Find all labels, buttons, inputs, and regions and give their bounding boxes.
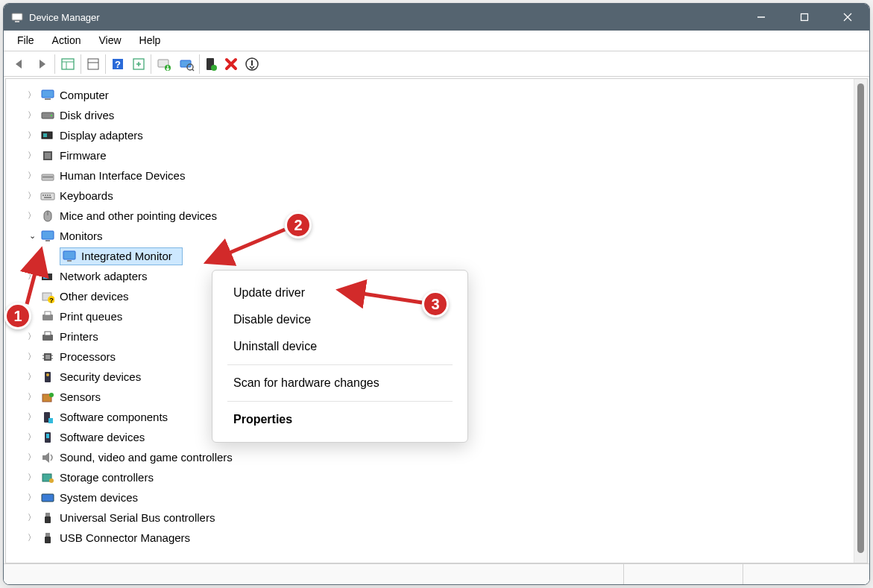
hid-icon bbox=[40, 168, 55, 183]
action-button[interactable] bbox=[128, 54, 149, 75]
tree-label: Mice and other pointing devices bbox=[60, 209, 223, 222]
show-hide-tree-button[interactable] bbox=[57, 54, 79, 75]
tree-label: Security devices bbox=[60, 370, 147, 383]
chevron-right-icon[interactable]: 〉 bbox=[10, 150, 36, 161]
nav-forward-button[interactable] bbox=[31, 54, 53, 75]
menu-help[interactable]: Help bbox=[130, 31, 170, 51]
sensor-icon bbox=[40, 390, 55, 405]
annotation-badge-1: 1 bbox=[4, 303, 31, 329]
disk-drive-icon bbox=[40, 108, 55, 123]
scrollbar-thumb[interactable] bbox=[857, 83, 864, 553]
toolbar-separator bbox=[105, 54, 106, 74]
svg-rect-45 bbox=[43, 275, 48, 279]
menu-bar: File Action View Help bbox=[4, 31, 869, 51]
tree-label: Sound, video and game controllers bbox=[60, 451, 239, 464]
tree-label: System devices bbox=[60, 491, 144, 504]
uninstall-device-button[interactable] bbox=[221, 54, 242, 75]
context-separator bbox=[227, 401, 453, 402]
tree-item-monitors[interactable]: ⌄ Monitors bbox=[10, 226, 854, 246]
chevron-right-icon[interactable]: 〉 bbox=[10, 210, 36, 221]
context-properties[interactable]: Properties bbox=[212, 406, 467, 433]
svg-rect-43 bbox=[67, 260, 72, 262]
context-uninstall-device[interactable]: Uninstall device bbox=[212, 333, 467, 360]
chevron-right-icon[interactable]: 〉 bbox=[10, 492, 36, 503]
close-button[interactable] bbox=[826, 4, 869, 31]
chevron-right-icon[interactable]: 〉 bbox=[10, 170, 36, 181]
svg-rect-71 bbox=[45, 516, 51, 523]
chevron-right-icon[interactable]: 〉 bbox=[10, 472, 36, 483]
usb-icon bbox=[40, 510, 55, 525]
nav-back-button[interactable] bbox=[8, 54, 31, 75]
svg-rect-42 bbox=[63, 251, 75, 259]
tree-label: Universal Serial Bus controllers bbox=[60, 511, 221, 524]
svg-rect-3 bbox=[801, 14, 808, 21]
tree-item-sound[interactable]: 〉 Sound, video and game controllers bbox=[10, 447, 854, 467]
chevron-right-icon[interactable]: 〉 bbox=[10, 291, 36, 302]
minimize-button[interactable] bbox=[740, 4, 783, 31]
enable-device-button[interactable] bbox=[201, 54, 221, 75]
svg-rect-66 bbox=[46, 434, 49, 438]
tree-item-usb-connector-managers[interactable]: 〉 USB Connector Managers bbox=[10, 528, 854, 548]
menu-view[interactable]: View bbox=[89, 31, 130, 51]
chevron-right-icon[interactable]: 〉 bbox=[10, 110, 36, 121]
tree-item-display-adapters[interactable]: 〉 Display adapters bbox=[10, 125, 854, 145]
tree-label: Software components bbox=[60, 411, 174, 423]
chevron-right-icon[interactable]: 〉 bbox=[10, 431, 36, 443]
chevron-right-icon[interactable]: 〉 bbox=[10, 391, 36, 402]
tree-label: Print queues bbox=[60, 310, 128, 323]
chevron-right-icon[interactable]: 〉 bbox=[10, 512, 36, 523]
scan-hardware-button[interactable] bbox=[175, 54, 198, 75]
firmware-icon bbox=[40, 148, 55, 163]
chevron-right-icon[interactable]: 〉 bbox=[10, 532, 36, 543]
tree-label: Integrated Monitor bbox=[81, 250, 178, 262]
tree-item-storage-controllers[interactable]: 〉 Storage controllers bbox=[10, 467, 854, 487]
status-bar bbox=[4, 563, 869, 584]
tree-item-firmware[interactable]: 〉 Firmware bbox=[10, 145, 854, 165]
processor-icon bbox=[40, 350, 55, 364]
tree-label: Firmware bbox=[60, 149, 113, 162]
toolbar-separator bbox=[54, 54, 55, 74]
tree-item-disk-drives[interactable]: 〉 Disk drives bbox=[10, 105, 854, 125]
tree-item-integrated-monitor[interactable]: Integrated Monitor bbox=[10, 246, 854, 266]
tree-item-usb-controllers[interactable]: 〉 Universal Serial Bus controllers bbox=[10, 508, 854, 528]
svg-rect-23 bbox=[45, 98, 51, 100]
svg-rect-64 bbox=[48, 418, 53, 423]
disable-device-button[interactable] bbox=[242, 54, 262, 75]
maximize-button[interactable] bbox=[783, 4, 826, 31]
svg-rect-34 bbox=[45, 195, 46, 196]
chevron-down-icon[interactable]: ⌄ bbox=[10, 231, 36, 241]
tree-item-hid[interactable]: 〉 Human Interface Devices bbox=[10, 165, 854, 186]
tree-item-system-devices[interactable]: 〉 System devices bbox=[10, 487, 854, 508]
chevron-right-icon[interactable]: 〉 bbox=[10, 452, 36, 463]
svg-rect-27 bbox=[43, 133, 47, 137]
vertical-scrollbar[interactable] bbox=[854, 79, 867, 563]
context-scan-hardware[interactable]: Scan for hardware changes bbox=[212, 370, 467, 396]
menu-file[interactable]: File bbox=[8, 31, 43, 51]
toolbar-separator bbox=[199, 54, 200, 74]
chevron-right-icon[interactable]: 〉 bbox=[10, 190, 36, 201]
chevron-right-icon[interactable]: 〉 bbox=[10, 89, 36, 101]
svg-point-68 bbox=[49, 478, 54, 483]
status-pane bbox=[4, 564, 623, 584]
toolbar-separator bbox=[151, 54, 151, 74]
tree-item-mice[interactable]: 〉 Mice and other pointing devices bbox=[10, 206, 854, 226]
chevron-right-icon[interactable]: 〉 bbox=[10, 411, 36, 423]
tree-item-keyboards[interactable]: 〉 Keyboards bbox=[10, 186, 854, 206]
svg-rect-37 bbox=[44, 197, 51, 198]
properties-button[interactable] bbox=[83, 54, 104, 75]
chevron-right-icon[interactable]: 〉 bbox=[10, 351, 36, 362]
chevron-right-icon[interactable]: 〉 bbox=[10, 331, 36, 342]
annotation-badge-2: 2 bbox=[285, 212, 312, 238]
svg-rect-32 bbox=[41, 193, 54, 200]
chevron-right-icon[interactable]: 〉 bbox=[10, 271, 36, 282]
tree-label: Processors bbox=[60, 350, 122, 363]
chevron-right-icon[interactable]: 〉 bbox=[10, 371, 36, 382]
chevron-right-icon[interactable]: 〉 bbox=[10, 130, 36, 141]
update-driver-button[interactable] bbox=[153, 54, 175, 75]
menu-action[interactable]: Action bbox=[43, 31, 90, 51]
software-component-icon bbox=[40, 410, 55, 425]
tree-item-computer[interactable]: 〉 Computer bbox=[10, 85, 854, 105]
tree-label: Keyboards bbox=[60, 189, 119, 202]
help-button[interactable]: ? bbox=[107, 54, 128, 75]
software-device-icon bbox=[40, 430, 55, 445]
